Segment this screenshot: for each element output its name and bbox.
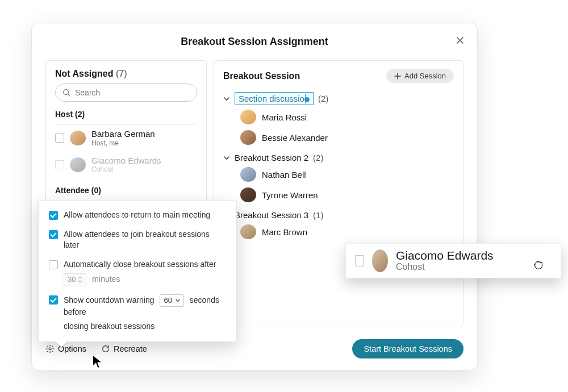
option-label-tail2: closing breakout sessions	[64, 322, 154, 331]
options-popover: Allow attendees to return to main meetin…	[38, 200, 237, 342]
checkbox[interactable]	[49, 295, 58, 305]
session: Section discussio (2) Maria Rossi Bessie…	[223, 92, 454, 145]
session-header[interactable]: Breakout Session 2 (2)	[223, 153, 454, 162]
option-label: Show countdown warning	[64, 295, 154, 305]
gear-icon	[45, 344, 55, 353]
person-name: Giacomo Edwards	[91, 156, 161, 166]
countdown-seconds-value: 60	[164, 295, 172, 306]
avatar	[240, 224, 256, 239]
session-header[interactable]: Section discussio (2)	[223, 92, 454, 105]
option-label: Allow attendees to return to main meetin…	[64, 210, 210, 221]
option-join-later[interactable]: Allow attendees to join breakout session…	[49, 229, 226, 251]
sessions-panel: Breakout Session Add Session Section dis…	[214, 60, 463, 327]
sessions-title: Breakout Session	[223, 71, 300, 81]
option-auto-close[interactable]: Automatically close breakout sessions af…	[49, 259, 226, 286]
avatar	[372, 249, 388, 272]
svg-point-1	[49, 348, 51, 350]
host-section-header: Host (2)	[55, 110, 197, 125]
countdown-seconds-select[interactable]: 60	[160, 294, 183, 307]
checkbox[interactable]	[49, 230, 58, 239]
option-return-main[interactable]: Allow attendees to return to main meetin…	[49, 210, 226, 221]
drag-name: Giacomo Edwards	[396, 249, 494, 262]
chevron-down-icon	[176, 299, 180, 302]
session-member[interactable]: Bessie Alexander	[240, 130, 454, 145]
avatar	[70, 157, 86, 172]
search-icon	[62, 89, 70, 97]
cursor-pointer-icon	[91, 354, 104, 372]
session-count: (2)	[313, 153, 323, 162]
attendee-section-header: Attendee (0)	[55, 186, 197, 201]
avatar	[240, 167, 256, 182]
drag-role: Cohost	[396, 262, 494, 272]
option-label: Allow attendees to join breakout session…	[64, 229, 226, 251]
member-name: Marc Brown	[262, 227, 307, 237]
session-member[interactable]: Tyrone Warren	[240, 187, 454, 202]
avatar	[70, 131, 86, 145]
session-member[interactable]: Marc Brown	[240, 224, 454, 239]
option-label: Automatically close breakout sessions af…	[64, 260, 216, 269]
checkbox[interactable]	[49, 211, 58, 220]
chevron-down-icon[interactable]	[223, 155, 230, 161]
not-assigned-title: Not Assigned (7)	[55, 69, 197, 79]
session-name: Breakout Session 3	[235, 210, 308, 220]
checkbox[interactable]	[49, 260, 58, 269]
person-name: Barbara German	[91, 130, 155, 139]
dragging-participant-card[interactable]: Giacomo Edwards Cohost	[345, 243, 561, 278]
person-role: Host, me	[91, 139, 155, 147]
stepper-arrows-icon	[78, 276, 82, 283]
session: Breakout Session 2 (2) Nathan Bell Tyron…	[223, 153, 454, 202]
avatar	[240, 187, 256, 202]
option-unit: minutes	[92, 274, 120, 283]
start-sessions-button[interactable]: Start Breakout Sessions	[352, 339, 463, 358]
session-name-editing-text: Section discussio	[239, 94, 304, 103]
not-assigned-count: (7)	[116, 69, 127, 78]
session-name-input[interactable]: Section discussio	[235, 92, 314, 105]
autoclose-minutes-value: 30	[68, 274, 76, 285]
close-icon[interactable]	[454, 35, 466, 46]
person-role: Cohost	[91, 165, 161, 173]
refresh-icon	[101, 344, 110, 353]
option-countdown[interactable]: Show countdown warning 60 seconds before…	[49, 294, 226, 332]
member-name: Bessie Alexander	[262, 133, 328, 143]
add-session-label: Add Session	[404, 72, 446, 80]
not-assigned-title-text: Not Assigned	[55, 69, 114, 78]
session: Breakout Session 3 (1) Marc Brown	[223, 210, 454, 239]
chevron-down-icon[interactable]	[223, 96, 230, 102]
add-session-button[interactable]: Add Session	[386, 69, 454, 83]
search-field[interactable]	[74, 87, 190, 98]
member-name: Maria Rossi	[262, 112, 307, 122]
recreate-label: Recreate	[114, 344, 147, 353]
checkbox[interactable]	[55, 160, 64, 169]
session-count: (2)	[318, 94, 328, 103]
avatar	[240, 130, 256, 145]
member-name: Nathan Bell	[262, 170, 306, 180]
recreate-button[interactable]: Recreate	[101, 344, 147, 353]
search-input[interactable]	[55, 84, 197, 102]
host-row[interactable]: Giacomo Edwards Cohost	[55, 152, 197, 178]
plus-icon	[394, 73, 401, 80]
autoclose-minutes-stepper[interactable]: 30	[64, 273, 86, 286]
modal-title: Breakout Session Assignment	[45, 36, 463, 48]
member-name: Tyrone Warren	[262, 190, 318, 200]
session-header[interactable]: Breakout Session 3 (1)	[223, 210, 454, 220]
checkbox[interactable]	[355, 255, 364, 266]
host-row[interactable]: Barbara German Host, me	[55, 125, 197, 152]
modal-footer: Options Recreate Start Breakout Sessions	[45, 339, 463, 358]
session-member[interactable]: Nathan Bell	[240, 167, 454, 182]
checkbox[interactable]	[55, 134, 64, 143]
grab-cursor-icon	[532, 258, 545, 273]
session-count: (1)	[313, 210, 323, 220]
session-member[interactable]: Maria Rossi	[240, 110, 454, 124]
avatar	[240, 110, 256, 124]
session-name: Breakout Session 2	[235, 153, 308, 162]
